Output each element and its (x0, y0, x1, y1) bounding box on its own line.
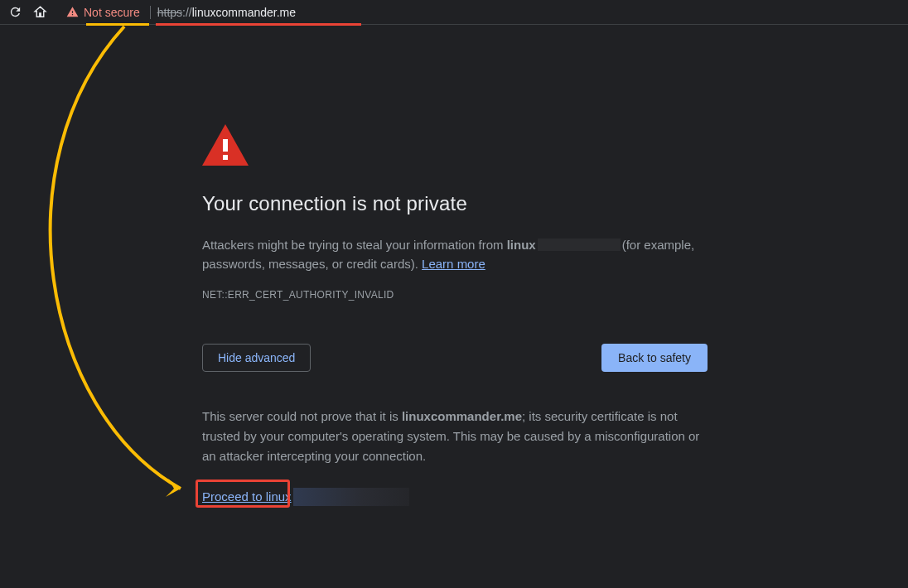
security-status-chip[interactable]: Not secure (63, 6, 143, 19)
url-text: https://linuxcommander.me (157, 6, 296, 19)
back-to-safety-button[interactable]: Back to safety (601, 344, 708, 372)
redacted-proceed-suffix (293, 488, 409, 506)
button-row: Hide advanced Back to safety (202, 344, 708, 372)
browser-toolbar: Not secure https://linuxcommander.me (0, 0, 908, 25)
page-heading: Your connection is not private (202, 192, 708, 215)
divider (150, 6, 151, 19)
hide-advanced-button[interactable]: Hide advanced (202, 344, 311, 372)
interstitial-content: Your connection is not private Attackers… (202, 124, 708, 506)
proceed-area: Proceed to linux (202, 488, 708, 506)
reload-icon (8, 5, 22, 19)
svg-rect-0 (223, 139, 228, 152)
warn-domain: linux (507, 238, 536, 252)
not-secure-label: Not secure (84, 6, 140, 19)
url-protocol: https (157, 6, 182, 19)
home-icon (33, 5, 47, 19)
url-fade-overlay (293, 1, 426, 24)
warning-icon (202, 124, 708, 169)
error-code: NET::ERR_CERT_AUTHORITY_INVALID (202, 289, 708, 301)
warning-triangle-icon (66, 6, 79, 18)
reload-button[interactable] (3, 1, 27, 24)
warning-paragraph: Attackers might be trying to steal your … (202, 235, 708, 274)
url-domain: linux (192, 6, 216, 19)
url-sep: :// (182, 6, 192, 19)
svg-rect-1 (223, 155, 228, 160)
proceed-link[interactable]: Proceed to linux (202, 489, 292, 504)
details-domain: linuxcommander.me (402, 409, 522, 423)
learn-more-link[interactable]: Learn more (422, 257, 485, 271)
redacted-domain-part (538, 239, 621, 251)
home-button[interactable] (28, 1, 51, 24)
address-bar[interactable]: Not secure https://linuxcommander.me (63, 1, 296, 24)
advanced-details: This server could not prove that it is l… (202, 407, 708, 466)
